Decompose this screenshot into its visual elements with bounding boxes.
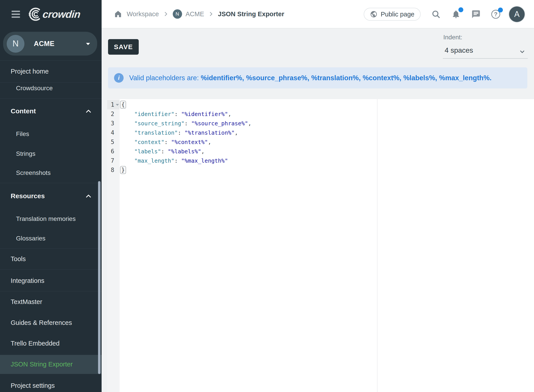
sidebar-section-resources[interactable]: Resources	[11, 191, 45, 201]
divider	[0, 183, 98, 183]
code-text[interactable]: "labels": "%labels%",	[120, 148, 205, 155]
line-number[interactable]: 8	[107, 165, 120, 175]
sidebar-item-integrations[interactable]: Integrations	[11, 276, 44, 285]
sidebar-item-project-settings[interactable]: Project settings	[11, 381, 55, 390]
chevron-up-icon[interactable]	[86, 194, 91, 198]
divider	[0, 374, 102, 374]
sidebar-item-trello-embedded[interactable]: Trello Embedded	[11, 339, 60, 348]
code-text[interactable]: "source_string": "%source_phrase%",	[120, 120, 251, 127]
line-number[interactable]: 3	[107, 119, 120, 128]
indent-label: Indent:	[443, 34, 462, 41]
code-line: 8 }	[107, 165, 534, 175]
placeholder-labels: %labels%,	[403, 74, 437, 82]
section-label: Resources	[11, 192, 45, 200]
code-text[interactable]: "translation": "%translation%",	[120, 130, 238, 136]
breadcrumb-project[interactable]: ACME	[186, 10, 204, 18]
placeholder-translation: %translation%,	[311, 74, 361, 82]
sidebar-item-tools[interactable]: Tools	[11, 254, 26, 264]
line-number[interactable]: 6	[107, 147, 120, 156]
app-root: crowdin N ACME Project home Crowdsource …	[0, 0, 534, 392]
code-fold-icon[interactable]	[116, 104, 119, 106]
crowdin-logo[interactable]: crowdin	[28, 7, 80, 21]
breadcrumb-workspace[interactable]: Workspace	[127, 10, 159, 18]
line-number[interactable]: 4	[107, 128, 120, 137]
search-icon[interactable]	[431, 9, 441, 19]
globe-icon	[370, 10, 378, 18]
sidebar-item-textmaster[interactable]: TextMaster	[11, 297, 42, 306]
divider	[0, 98, 102, 98]
org-name: ACME	[34, 40, 54, 48]
line-number[interactable]: 2	[107, 109, 120, 119]
house-icon[interactable]	[114, 10, 122, 18]
divider	[0, 291, 102, 291]
indent-select[interactable]: 4 spaces	[443, 44, 528, 59]
code-text[interactable]: {	[120, 101, 126, 109]
topbar-actions: Public page ? A	[364, 0, 525, 28]
placeholder-source-phrase: %source_phrase%,	[246, 74, 309, 82]
info-banner: i Valid placeholders are:%identifier%,%s…	[108, 67, 527, 89]
active-item-label: JSON String Exporter	[11, 355, 73, 374]
chevron-right-icon	[163, 11, 169, 17]
public-page-button[interactable]: Public page	[364, 8, 421, 21]
save-button[interactable]: SAVE	[108, 39, 139, 55]
placeholder-context: %context%,	[363, 74, 401, 82]
sidebar-item-glossaries[interactable]: Glossaries	[16, 234, 45, 243]
sidebar-item-translation-memories[interactable]: Translation memories	[16, 214, 75, 224]
crowdin-logo-text: crowdin	[42, 8, 81, 20]
menu-icon[interactable]	[12, 11, 20, 18]
placeholder-max-length: %max_length%.	[439, 74, 492, 82]
code-line: 7 "max_length": "%max_length%"	[107, 156, 534, 165]
code-text[interactable]: "identifier": "%identifier%",	[120, 111, 231, 117]
topbar: Workspace N ACME JSON String Exporter Pu…	[102, 0, 534, 28]
divider	[0, 61, 102, 61]
section-label: Content	[11, 107, 36, 115]
divider	[0, 270, 102, 270]
sidebar-item-crowdsource[interactable]: Crowdsource	[16, 84, 53, 93]
line-number[interactable]: 7	[107, 156, 120, 165]
help-notification-dot	[498, 8, 503, 12]
code-line: 5 "context": "%context%",	[107, 137, 534, 147]
code-line: 4 "translation": "%translation%",	[107, 128, 534, 137]
breadcrumb-current-page: JSON String Exporter	[218, 10, 284, 18]
sidebar-item-screenshots[interactable]: Screenshots	[16, 168, 51, 177]
banner-prefix: Valid placeholders are:	[129, 74, 199, 82]
sidebar: crowdin N ACME Project home Crowdsource …	[0, 0, 102, 392]
code-line: 1 {	[107, 100, 534, 109]
breadcrumb: Workspace N ACME JSON String Exporter	[114, 9, 284, 19]
divider	[0, 248, 102, 248]
caret-down-icon	[86, 43, 90, 45]
help-icon[interactable]: ?	[491, 10, 500, 19]
messages-icon[interactable]	[471, 9, 481, 19]
sidebar-item-project-home[interactable]: Project home	[11, 67, 49, 76]
code-editor[interactable]: 1 { 2 "identifier": "%identifier%", 3 "s…	[107, 99, 534, 392]
line-number[interactable]: 1	[107, 100, 120, 109]
org-selector[interactable]: N ACME	[3, 32, 97, 56]
sidebar-scrollbar[interactable]	[98, 181, 100, 374]
banner-text: Valid placeholders are:%identifier%,%sou…	[129, 74, 492, 82]
chevron-down-icon	[519, 48, 525, 55]
line-number[interactable]: 5	[107, 137, 120, 147]
sidebar-header: crowdin	[0, 0, 102, 28]
notifications-bell-icon[interactable]	[451, 9, 461, 19]
user-avatar[interactable]: A	[509, 6, 525, 22]
sidebar-section-content[interactable]: Content	[11, 107, 36, 116]
sidebar-item-guides-references[interactable]: Guides & References	[11, 318, 72, 327]
code-text[interactable]: "max_length": "%max_length%"	[120, 158, 228, 164]
chevron-up-icon[interactable]	[86, 110, 91, 113]
code-line: 3 "source_string": "%source_phrase%",	[107, 119, 534, 128]
notification-dot	[459, 7, 463, 12]
editor-lines: 1 { 2 "identifier": "%identifier%", 3 "s…	[107, 100, 534, 175]
breadcrumb-project-avatar: N	[173, 9, 182, 19]
public-page-label: Public page	[381, 11, 414, 18]
crowdin-mark-icon	[28, 7, 41, 21]
sidebar-item-strings[interactable]: Strings	[16, 149, 35, 159]
code-text[interactable]: }	[120, 166, 126, 174]
sidebar-item-json-string-exporter[interactable]: JSON String Exporter	[0, 355, 102, 374]
code-text[interactable]: "context": "%context%",	[120, 139, 211, 145]
info-icon: i	[114, 73, 124, 83]
code-line: 6 "labels": "%labels%",	[107, 147, 534, 156]
indent-control: Indent: 4 spaces	[443, 28, 528, 60]
sidebar-item-files[interactable]: Files	[16, 129, 29, 139]
placeholder-identifier: %identifier%,	[201, 74, 244, 82]
org-avatar: N	[7, 35, 24, 53]
